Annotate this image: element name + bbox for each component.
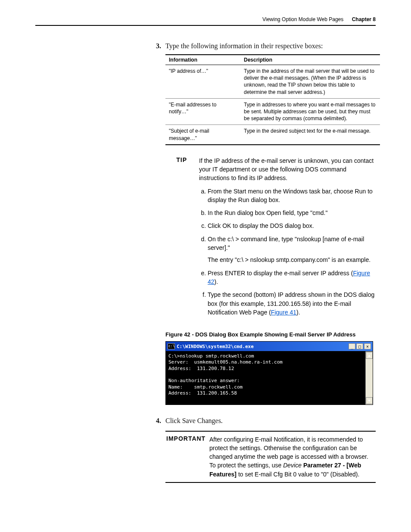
- header-section: Viewing Option Module Web Pages: [262, 16, 343, 22]
- step-number: 4.: [156, 417, 165, 425]
- table-row: "Subject of e-mail message…" Type in the…: [165, 125, 380, 145]
- cell-info: "Subject of e-mail message…": [165, 125, 240, 145]
- table-row: "IP address of…" Type in the address of …: [165, 65, 380, 99]
- dos-window: c:\ C:\WINDOWS\system32\cmd.exe _ □ × C:…: [165, 341, 373, 404]
- step-3: 3. Type the following information in the…: [156, 42, 376, 50]
- important-body: After configuring E-mail Notification, i…: [209, 435, 376, 479]
- scrollbar[interactable]: ▲ ▼: [365, 352, 373, 404]
- table-row: "E-mail addresses to notify…" Type in ad…: [165, 98, 380, 125]
- important-block: IMPORTANT After configuring E-mail Notif…: [165, 431, 376, 483]
- tip-step-b: In the Run dialog box Open field, type "…: [208, 208, 376, 217]
- tip-e-pre: Press ENTER to display the e-mail server…: [208, 270, 353, 277]
- maximize-icon[interactable]: □: [356, 343, 363, 349]
- dos-title-text: C:\WINDOWS\system32\cmd.exe: [177, 344, 349, 349]
- dos-titlebar: c:\ C:\WINDOWS\system32\cmd.exe _ □ ×: [166, 342, 373, 352]
- th-description: Description: [240, 55, 380, 65]
- close-icon[interactable]: ×: [364, 343, 371, 349]
- tip-d-sub: The entry "c:\ > nslookup smtp.company.c…: [208, 255, 376, 264]
- tip-step-e: Press ENTER to display the e-mail server…: [208, 269, 376, 286]
- cmd-icon: c:\: [168, 343, 175, 349]
- dos-output: C:\>nslookup smtp.rockwell.com Server: u…: [166, 352, 365, 404]
- scroll-up-icon[interactable]: ▲: [366, 352, 373, 359]
- header-chapter: Chapter 8: [352, 16, 376, 22]
- tip-intro: If the IP address of the e-mail server i…: [199, 156, 376, 183]
- cell-desc: Type in the desired subject text for the…: [240, 125, 380, 145]
- cell-desc: Type in addresses to where you want e-ma…: [240, 98, 380, 125]
- minimize-icon[interactable]: _: [349, 343, 355, 349]
- figure-41-link[interactable]: Figure 41: [271, 309, 296, 316]
- tip-step-c: Click OK to display the DOS dialog box.: [208, 221, 376, 230]
- tip-label: TIP: [165, 156, 199, 321]
- page-header: Viewing Option Module Web Pages Chapter …: [35, 16, 376, 26]
- th-information: Information: [165, 55, 240, 65]
- tip-step-a: From the Start menu on the Windows task …: [208, 187, 376, 205]
- tip-step-f: Type the second (bottom) IP address show…: [208, 290, 376, 317]
- cell-info: "E-mail addresses to notify…": [165, 98, 240, 125]
- tip-step-d: On the c:\ > command line, type "nslooku…: [208, 235, 376, 264]
- important-post: to set E-mail Cfg Bit 0 value to "0" (Di…: [237, 471, 359, 478]
- cell-desc: Type in the address of the mail server t…: [240, 65, 380, 99]
- tip-e-post: ).: [215, 278, 218, 285]
- step-number: 3.: [156, 42, 165, 50]
- important-italic: Device: [283, 462, 303, 469]
- figure-caption: Figure 42 - DOS Dialog Box Example Showi…: [165, 331, 376, 338]
- step-text: Click Save Changes.: [165, 417, 223, 425]
- tip-block: TIP If the IP address of the e-mail serv…: [165, 156, 376, 321]
- step-text: Type the following information in their …: [165, 42, 323, 50]
- cell-info: "IP address of…": [165, 65, 240, 99]
- important-label: IMPORTANT: [165, 435, 209, 479]
- tip-f-post: ).: [296, 309, 300, 316]
- tip-d-text: On the c:\ > command line, type "nslooku…: [208, 236, 364, 251]
- info-table: Information Description "IP address of…"…: [165, 54, 380, 145]
- scroll-down-icon[interactable]: ▼: [366, 397, 373, 404]
- step-4: 4. Click Save Changes.: [156, 417, 376, 425]
